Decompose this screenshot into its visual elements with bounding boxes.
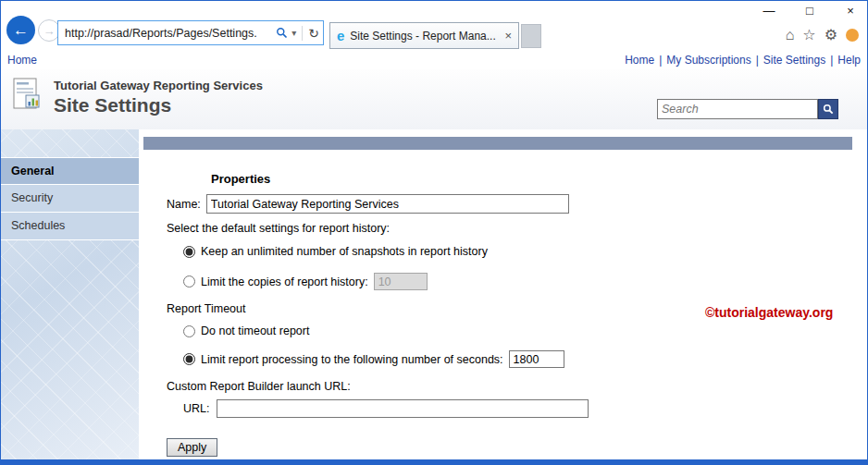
radio-row-unlimited-snapshots: Keep an unlimited number of snapshots in… xyxy=(183,245,488,258)
timeout-seconds-input[interactable] xyxy=(509,350,564,368)
settings-sidebar: General Security Schedules xyxy=(0,129,139,465)
custom-report-builder-url-heading: Custom Report Builder launch URL: xyxy=(167,380,351,393)
forward-arrow-icon: → xyxy=(43,24,56,38)
content-header-bar xyxy=(143,137,852,150)
breadcrumb-home-link[interactable]: Home xyxy=(7,54,37,67)
properties-heading: Properties xyxy=(211,172,270,186)
page-title: Site Settings xyxy=(54,94,171,116)
radio-row-limit-copies: Limit the copies of report history: xyxy=(183,273,428,290)
close-button[interactable]: × xyxy=(842,4,859,18)
nav-separator: | xyxy=(756,54,759,67)
radio-row-limit-seconds: Limit report processing to the following… xyxy=(183,350,564,368)
url-label: URL: xyxy=(183,402,209,415)
watermark-text: ©tutorialgateway.org xyxy=(705,305,833,320)
page-header: Tutorial Gateway Reporting Services Site… xyxy=(0,69,868,129)
apply-button[interactable]: Apply xyxy=(167,438,217,457)
tab-close-icon[interactable]: × xyxy=(504,29,512,43)
limit-copies-label: Limit the copies of report history: xyxy=(201,275,368,288)
name-field-row: Name: xyxy=(167,194,569,214)
report-history-prompt: Select the default settings for report h… xyxy=(167,222,390,235)
unlimited-snapshots-label: Keep an unlimited number of snapshots in… xyxy=(201,245,488,258)
browser-chrome: ← → http://prasad/Reports/Pages/Settings… xyxy=(0,0,868,51)
browser-toolbar-icons: ⌂ ☆ ⚙ xyxy=(786,28,859,43)
sidebar-item-schedules[interactable]: Schedules xyxy=(0,213,139,240)
sidebar-item-security[interactable]: Security xyxy=(0,185,139,213)
feedback-smiley-icon[interactable] xyxy=(846,29,859,42)
limit-copies-radio[interactable] xyxy=(183,275,195,288)
browser-tab[interactable]: e Site Settings - Report Mana... × xyxy=(329,22,519,49)
address-dropdown-icon[interactable]: ▾ xyxy=(291,28,296,38)
favorites-star-icon[interactable]: ☆ xyxy=(802,28,815,43)
new-tab-button[interactable] xyxy=(521,24,541,48)
limit-seconds-radio[interactable] xyxy=(183,353,195,365)
nav-separator: | xyxy=(830,54,833,67)
main-area: General Security Schedules Properties Na… xyxy=(0,129,868,465)
report-timeout-heading: Report Timeout xyxy=(167,302,245,315)
nav-link-help[interactable]: Help xyxy=(837,54,861,67)
search-icon xyxy=(823,104,834,115)
back-arrow-icon: ← xyxy=(13,21,29,40)
app-title: Tutorial Gateway Reporting Services xyxy=(54,79,263,92)
address-search-icon[interactable] xyxy=(276,27,288,39)
home-icon[interactable]: ⌂ xyxy=(786,28,795,43)
limit-seconds-label: Limit report processing to the following… xyxy=(201,353,503,366)
browser-window: ← → http://prasad/Reports/Pages/Settings… xyxy=(0,0,868,465)
unlimited-snapshots-radio[interactable] xyxy=(183,246,195,258)
sidebar-item-general[interactable]: General xyxy=(0,157,139,185)
nav-separator: | xyxy=(659,54,662,67)
minimize-button[interactable]: — xyxy=(761,4,777,18)
window-controls: — □ × xyxy=(761,4,859,18)
nav-link-home[interactable]: Home xyxy=(625,54,654,67)
settings-gear-icon[interactable]: ⚙ xyxy=(825,28,837,43)
ie-logo-icon: e xyxy=(337,29,344,43)
name-input[interactable] xyxy=(206,194,569,214)
nav-link-my-subscriptions[interactable]: My Subscriptions xyxy=(666,54,750,67)
site-nav-bar: Home Home | My Subscriptions | Site Sett… xyxy=(0,51,868,69)
copies-count-input xyxy=(374,273,428,290)
no-timeout-label: Do not timeout report xyxy=(201,324,309,337)
back-button[interactable]: ← xyxy=(6,16,35,44)
nav-link-site-settings[interactable]: Site Settings xyxy=(763,54,825,67)
address-bar[interactable]: http://prasad/Reports/Pages/Settings. ▾ … xyxy=(57,20,324,45)
no-timeout-radio[interactable] xyxy=(183,325,195,337)
url-field-row: URL: xyxy=(183,399,589,418)
url-input[interactable] xyxy=(217,399,589,418)
address-url[interactable]: http://prasad/Reports/Pages/Settings. xyxy=(65,27,276,40)
maximize-button[interactable]: □ xyxy=(801,4,818,18)
name-label: Name: xyxy=(167,198,201,211)
search-input[interactable] xyxy=(657,99,818,119)
search-button[interactable] xyxy=(818,99,838,119)
refresh-icon[interactable]: ↻ xyxy=(308,26,319,41)
settings-content: Properties Name: Select the default sett… xyxy=(139,129,868,465)
radio-row-no-timeout: Do not timeout report xyxy=(183,324,309,337)
tab-title: Site Settings - Report Mana... xyxy=(350,30,499,43)
report-manager-icon xyxy=(13,78,41,115)
address-divider xyxy=(302,26,303,41)
